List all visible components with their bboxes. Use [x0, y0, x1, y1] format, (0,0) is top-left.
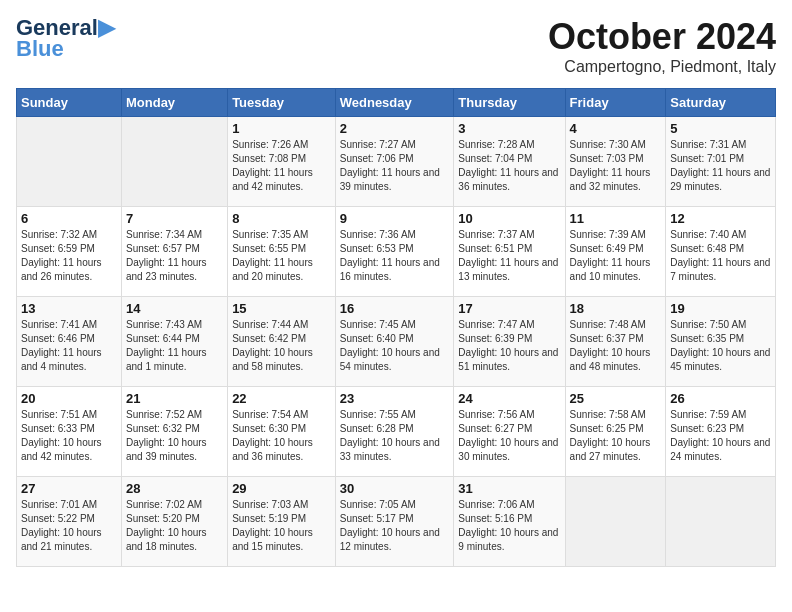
calendar-cell: 22Sunrise: 7:54 AM Sunset: 6:30 PM Dayli… [228, 387, 336, 477]
page-header: General▶ Blue October 2024 Campertogno, … [16, 16, 776, 76]
day-number: 14 [126, 301, 223, 316]
day-number: 24 [458, 391, 560, 406]
calendar-cell: 29Sunrise: 7:03 AM Sunset: 5:19 PM Dayli… [228, 477, 336, 567]
calendar-week-3: 13Sunrise: 7:41 AM Sunset: 6:46 PM Dayli… [17, 297, 776, 387]
calendar-cell: 1Sunrise: 7:26 AM Sunset: 7:08 PM Daylig… [228, 117, 336, 207]
day-info: Sunrise: 7:41 AM Sunset: 6:46 PM Dayligh… [21, 318, 117, 374]
day-info: Sunrise: 7:39 AM Sunset: 6:49 PM Dayligh… [570, 228, 662, 284]
calendar-cell: 8Sunrise: 7:35 AM Sunset: 6:55 PM Daylig… [228, 207, 336, 297]
day-number: 17 [458, 301, 560, 316]
day-number: 27 [21, 481, 117, 496]
day-info: Sunrise: 7:27 AM Sunset: 7:06 PM Dayligh… [340, 138, 450, 194]
calendar-cell: 20Sunrise: 7:51 AM Sunset: 6:33 PM Dayli… [17, 387, 122, 477]
title-block: October 2024 Campertogno, Piedmont, Ital… [548, 16, 776, 76]
day-number: 8 [232, 211, 331, 226]
calendar-cell: 28Sunrise: 7:02 AM Sunset: 5:20 PM Dayli… [121, 477, 227, 567]
day-number: 26 [670, 391, 771, 406]
weekday-header-thursday: Thursday [454, 89, 565, 117]
calendar-cell: 30Sunrise: 7:05 AM Sunset: 5:17 PM Dayli… [335, 477, 454, 567]
calendar-week-1: 1Sunrise: 7:26 AM Sunset: 7:08 PM Daylig… [17, 117, 776, 207]
weekday-header-friday: Friday [565, 89, 666, 117]
day-info: Sunrise: 7:32 AM Sunset: 6:59 PM Dayligh… [21, 228, 117, 284]
day-info: Sunrise: 7:02 AM Sunset: 5:20 PM Dayligh… [126, 498, 223, 554]
day-number: 15 [232, 301, 331, 316]
day-info: Sunrise: 7:26 AM Sunset: 7:08 PM Dayligh… [232, 138, 331, 194]
calendar-table: SundayMondayTuesdayWednesdayThursdayFrid… [16, 88, 776, 567]
day-info: Sunrise: 7:52 AM Sunset: 6:32 PM Dayligh… [126, 408, 223, 464]
day-info: Sunrise: 7:51 AM Sunset: 6:33 PM Dayligh… [21, 408, 117, 464]
day-info: Sunrise: 7:56 AM Sunset: 6:27 PM Dayligh… [458, 408, 560, 464]
day-number: 31 [458, 481, 560, 496]
day-number: 6 [21, 211, 117, 226]
calendar-cell: 13Sunrise: 7:41 AM Sunset: 6:46 PM Dayli… [17, 297, 122, 387]
day-info: Sunrise: 7:40 AM Sunset: 6:48 PM Dayligh… [670, 228, 771, 284]
calendar-cell: 10Sunrise: 7:37 AM Sunset: 6:51 PM Dayli… [454, 207, 565, 297]
day-info: Sunrise: 7:35 AM Sunset: 6:55 PM Dayligh… [232, 228, 331, 284]
day-number: 10 [458, 211, 560, 226]
day-info: Sunrise: 7:03 AM Sunset: 5:19 PM Dayligh… [232, 498, 331, 554]
day-info: Sunrise: 7:55 AM Sunset: 6:28 PM Dayligh… [340, 408, 450, 464]
calendar-cell: 24Sunrise: 7:56 AM Sunset: 6:27 PM Dayli… [454, 387, 565, 477]
calendar-cell: 16Sunrise: 7:45 AM Sunset: 6:40 PM Dayli… [335, 297, 454, 387]
calendar-week-5: 27Sunrise: 7:01 AM Sunset: 5:22 PM Dayli… [17, 477, 776, 567]
calendar-cell: 4Sunrise: 7:30 AM Sunset: 7:03 PM Daylig… [565, 117, 666, 207]
day-number: 18 [570, 301, 662, 316]
day-info: Sunrise: 7:05 AM Sunset: 5:17 PM Dayligh… [340, 498, 450, 554]
day-number: 29 [232, 481, 331, 496]
day-info: Sunrise: 7:59 AM Sunset: 6:23 PM Dayligh… [670, 408, 771, 464]
day-number: 2 [340, 121, 450, 136]
calendar-cell: 12Sunrise: 7:40 AM Sunset: 6:48 PM Dayli… [666, 207, 776, 297]
day-number: 16 [340, 301, 450, 316]
day-info: Sunrise: 7:36 AM Sunset: 6:53 PM Dayligh… [340, 228, 450, 284]
weekday-header-saturday: Saturday [666, 89, 776, 117]
calendar-cell: 7Sunrise: 7:34 AM Sunset: 6:57 PM Daylig… [121, 207, 227, 297]
calendar-cell: 21Sunrise: 7:52 AM Sunset: 6:32 PM Dayli… [121, 387, 227, 477]
day-number: 20 [21, 391, 117, 406]
calendar-cell: 23Sunrise: 7:55 AM Sunset: 6:28 PM Dayli… [335, 387, 454, 477]
day-number: 9 [340, 211, 450, 226]
calendar-cell: 17Sunrise: 7:47 AM Sunset: 6:39 PM Dayli… [454, 297, 565, 387]
calendar-cell: 9Sunrise: 7:36 AM Sunset: 6:53 PM Daylig… [335, 207, 454, 297]
logo-blue: ▶ [98, 15, 115, 40]
day-info: Sunrise: 7:47 AM Sunset: 6:39 PM Dayligh… [458, 318, 560, 374]
calendar-cell [121, 117, 227, 207]
location: Campertogno, Piedmont, Italy [548, 58, 776, 76]
day-number: 22 [232, 391, 331, 406]
day-info: Sunrise: 7:48 AM Sunset: 6:37 PM Dayligh… [570, 318, 662, 374]
calendar-cell: 27Sunrise: 7:01 AM Sunset: 5:22 PM Dayli… [17, 477, 122, 567]
calendar-cell [666, 477, 776, 567]
weekday-header-monday: Monday [121, 89, 227, 117]
day-info: Sunrise: 7:54 AM Sunset: 6:30 PM Dayligh… [232, 408, 331, 464]
day-info: Sunrise: 7:58 AM Sunset: 6:25 PM Dayligh… [570, 408, 662, 464]
weekday-header-row: SundayMondayTuesdayWednesdayThursdayFrid… [17, 89, 776, 117]
day-number: 19 [670, 301, 771, 316]
day-number: 30 [340, 481, 450, 496]
day-info: Sunrise: 7:44 AM Sunset: 6:42 PM Dayligh… [232, 318, 331, 374]
calendar-cell: 25Sunrise: 7:58 AM Sunset: 6:25 PM Dayli… [565, 387, 666, 477]
day-number: 28 [126, 481, 223, 496]
weekday-header-sunday: Sunday [17, 89, 122, 117]
calendar-cell: 6Sunrise: 7:32 AM Sunset: 6:59 PM Daylig… [17, 207, 122, 297]
day-info: Sunrise: 7:06 AM Sunset: 5:16 PM Dayligh… [458, 498, 560, 554]
day-number: 7 [126, 211, 223, 226]
day-number: 23 [340, 391, 450, 406]
logo: General▶ Blue [16, 16, 115, 62]
calendar-cell: 19Sunrise: 7:50 AM Sunset: 6:35 PM Dayli… [666, 297, 776, 387]
weekday-header-wednesday: Wednesday [335, 89, 454, 117]
day-number: 5 [670, 121, 771, 136]
day-info: Sunrise: 7:34 AM Sunset: 6:57 PM Dayligh… [126, 228, 223, 284]
calendar-cell: 3Sunrise: 7:28 AM Sunset: 7:04 PM Daylig… [454, 117, 565, 207]
day-info: Sunrise: 7:31 AM Sunset: 7:01 PM Dayligh… [670, 138, 771, 194]
calendar-cell: 5Sunrise: 7:31 AM Sunset: 7:01 PM Daylig… [666, 117, 776, 207]
day-number: 4 [570, 121, 662, 136]
calendar-cell: 18Sunrise: 7:48 AM Sunset: 6:37 PM Dayli… [565, 297, 666, 387]
day-info: Sunrise: 7:45 AM Sunset: 6:40 PM Dayligh… [340, 318, 450, 374]
calendar-week-4: 20Sunrise: 7:51 AM Sunset: 6:33 PM Dayli… [17, 387, 776, 477]
calendar-week-2: 6Sunrise: 7:32 AM Sunset: 6:59 PM Daylig… [17, 207, 776, 297]
logo-blue-text: Blue [16, 36, 64, 62]
day-number: 1 [232, 121, 331, 136]
day-info: Sunrise: 7:37 AM Sunset: 6:51 PM Dayligh… [458, 228, 560, 284]
calendar-cell: 31Sunrise: 7:06 AM Sunset: 5:16 PM Dayli… [454, 477, 565, 567]
calendar-cell: 14Sunrise: 7:43 AM Sunset: 6:44 PM Dayli… [121, 297, 227, 387]
day-number: 3 [458, 121, 560, 136]
